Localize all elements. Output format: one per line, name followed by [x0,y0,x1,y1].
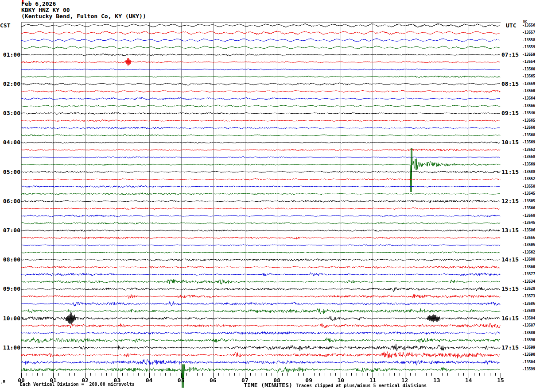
minor-tick [474,373,474,376]
minute-label: 15 [497,377,504,383]
minute-label: 12 [401,377,408,383]
minor-tick [27,373,27,376]
minute-label: 11 [369,377,377,383]
dc-offset-value: -13545 [516,221,535,225]
minor-tick [389,373,389,376]
dc-offset-value: -13562 [516,148,535,152]
dc-offset-value: -13560 [516,89,535,93]
minor-tick [463,373,464,376]
minor-tick [32,373,32,376]
dc-offset-value: -13528 [516,287,535,291]
dc-offset-value: -13569 [516,141,535,144]
minor-tick [74,373,75,376]
minor-tick [293,373,293,376]
minor-tick [287,373,288,376]
dc-column-label: DC [523,20,527,23]
dc-offset-value: -13568 [516,134,535,137]
dc-offset-value: -13599 [516,346,535,350]
minor-tick [490,373,490,376]
right-timezone-label: UTC [506,22,516,29]
minor-tick [298,373,299,376]
minor-tick [346,373,346,376]
dc-offset-value: -13573 [516,295,535,298]
minor-tick [48,373,48,376]
minor-tick [272,373,272,376]
dc-offset-value: -13504 [516,361,535,364]
minor-tick [303,373,304,376]
cst-hour-label: 11:00 [3,345,20,350]
dc-offset-value: -13556 [516,24,535,27]
minor-tick [122,373,123,376]
dc-offset-value: -13559 [516,46,535,49]
dc-offset-value: -13552 [516,177,535,181]
minor-tick [485,373,485,376]
minor-tick [101,373,101,376]
dc-offset-value: -13566 [516,207,535,210]
helicorder-page: Feb 6,2026 KBKY HNZ KY 00 (Kentucky Bend… [0,0,536,392]
dc-offset-value: -13557 [516,31,535,35]
dc-offset-value: -13508 [516,258,535,261]
dc-offset-value: -13560 [516,68,535,71]
minor-tick [224,373,224,376]
minor-tick [330,373,330,376]
minute-label: 09 [305,377,312,383]
minor-tick [128,373,128,376]
minor-tick [410,373,411,376]
dc-offset-value: -13558 [516,38,535,42]
minor-tick [261,373,261,376]
dc-offset-value: -13558 [516,185,535,188]
minor-tick [367,373,368,376]
minor-tick [90,373,91,376]
minor-tick [362,373,362,376]
cst-hour-label: 05:00 [3,169,20,175]
minute-label: 10 [338,377,345,383]
dc-offset-value: -13588 [516,309,535,313]
minor-tick [133,373,133,376]
minor-tick [447,373,448,376]
minor-tick [384,373,384,376]
minor-tick [69,373,70,376]
dc-offset-value: -13506 [516,229,535,232]
minor-tick [325,373,325,376]
cst-hour-label: 02:00 [3,81,20,87]
minor-tick [64,373,64,376]
dc-offset-value: -13545 [516,192,535,196]
minor-tick [229,373,229,376]
dc-offset-value: -13505 [516,200,535,203]
header-station: KBKY HNZ KY 00 [21,7,70,13]
dc-offset-value: -13562 [516,251,535,254]
dc-offset-value: -13534 [516,280,535,284]
minute-label: 06 [210,377,217,383]
minor-tick [186,373,187,376]
minor-tick [421,373,421,376]
cst-hour-label: 08:00 [3,257,20,262]
minor-tick [138,373,139,376]
dc-offset-value: -13590 [516,338,535,342]
dc-offset-value: -13586 [516,302,535,306]
minor-tick [357,373,357,376]
minor-tick [256,373,256,376]
minor-tick [171,373,171,376]
minor-tick [197,373,198,376]
minute-label: 13 [433,377,440,383]
minor-tick [208,373,208,376]
minor-tick [458,373,458,376]
minor-tick [314,373,315,376]
minor-tick [282,373,283,376]
minor-tick [400,373,400,376]
cst-hour-label: 10:00 [3,315,20,321]
cst-hour-label: 03:00 [3,110,20,116]
minor-tick [266,373,267,376]
minor-tick [495,373,496,376]
minor-tick [218,373,219,376]
scale-note: Each Vertical Division = 200.00 microvol… [20,382,135,387]
minor-tick [378,373,378,376]
dc-offset-value: -13565 [516,119,535,123]
dc-offset-value: -13588 [516,170,535,174]
header-date: Feb 6,2026 [21,1,56,7]
dc-offset-value: -13559 [516,53,535,57]
clip-note: Traces clipped at plus/minus 5 vertical … [296,383,427,388]
dc-offset-value: -13560 [516,265,535,269]
minor-tick [37,373,38,376]
dc-offset-value: -13569 [516,163,535,166]
